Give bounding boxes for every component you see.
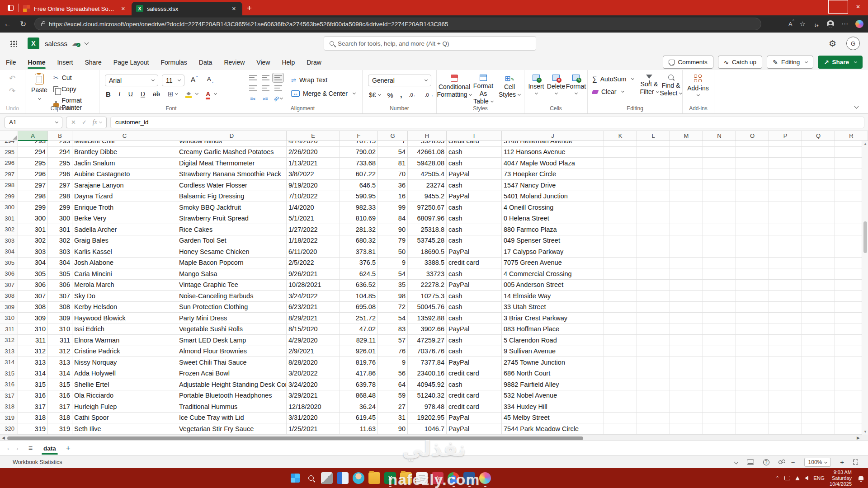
- cell-L311[interactable]: [637, 324, 670, 335]
- ribbon-tab-insert[interactable]: Insert: [51, 54, 79, 70]
- cell-G297[interactable]: 70: [378, 169, 408, 180]
- cell-F309[interactable]: 695.08: [340, 302, 378, 313]
- cell-L294[interactable]: [637, 141, 670, 147]
- share-button[interactable]: ↗Share: [818, 56, 863, 69]
- cell-C320[interactable]: Seth Ilive: [72, 423, 177, 435]
- ribbon-tab-share[interactable]: Share: [79, 54, 107, 70]
- cell-B313[interactable]: 312: [48, 346, 72, 357]
- row-header-313[interactable]: 313: [0, 346, 18, 357]
- cell-F298[interactable]: 646.5: [340, 180, 378, 191]
- excel-logo-icon[interactable]: X: [28, 38, 39, 49]
- cell-Q312[interactable]: [802, 335, 835, 346]
- cell-N305[interactable]: [703, 258, 736, 269]
- cell-D295[interactable]: Creamy Garlic Mashed Potatoes: [177, 147, 287, 158]
- cell-B296[interactable]: 295: [48, 158, 72, 169]
- cell-B306[interactable]: 305: [48, 268, 72, 280]
- cell-B312[interactable]: 311: [48, 335, 72, 346]
- comma-format-icon[interactable]: ,: [400, 91, 402, 99]
- cell-M309[interactable]: [670, 302, 703, 313]
- cell-Q299[interactable]: [802, 191, 835, 202]
- column-header-K[interactable]: K: [604, 131, 637, 141]
- notifications-icon[interactable]: [859, 476, 863, 480]
- tray-overflow-icon[interactable]: ⌃: [775, 475, 779, 481]
- cell-B308[interactable]: 307: [48, 291, 72, 302]
- cell-F297[interactable]: 607.22: [340, 169, 378, 180]
- cell-J304[interactable]: 17 Calypso Parkway: [502, 246, 604, 258]
- cell-P313[interactable]: [769, 346, 802, 357]
- cell-Q319[interactable]: [802, 413, 835, 424]
- cell-K308[interactable]: [604, 291, 637, 302]
- cell-B319[interactable]: 318: [48, 413, 72, 424]
- cell-K304[interactable]: [604, 246, 637, 258]
- cell-Q311[interactable]: [802, 324, 835, 335]
- format-cells-button[interactable]: ✎ Format: [566, 75, 586, 94]
- cell-F299[interactable]: 590.95: [340, 191, 378, 202]
- cell-O315[interactable]: [736, 368, 769, 380]
- cell-A304[interactable]: 303: [18, 246, 48, 258]
- bold-icon[interactable]: B: [106, 90, 111, 98]
- cell-M314[interactable]: [670, 357, 703, 368]
- cell-B320[interactable]: 319: [48, 423, 72, 435]
- align-top-icon[interactable]: [247, 73, 259, 83]
- cell-K313[interactable]: [604, 346, 637, 357]
- workbook-statistics-button[interactable]: Workbook Statistics: [13, 459, 62, 465]
- fullscreen-icon[interactable]: [853, 460, 858, 465]
- cell-N298[interactable]: [703, 180, 736, 191]
- cell-O297[interactable]: [736, 169, 769, 180]
- cell-E299[interactable]: 7/10/2022: [287, 191, 340, 202]
- cell-O318[interactable]: [736, 401, 769, 413]
- taskbar-chrome-icon[interactable]: [448, 472, 459, 484]
- cell-Q308[interactable]: [802, 291, 835, 302]
- cell-D304[interactable]: Honey Sesame Chicken: [177, 246, 287, 258]
- zoom-in-icon[interactable]: +: [840, 458, 844, 466]
- cell-E315[interactable]: 3/20/2022: [287, 368, 340, 380]
- column-header-C[interactable]: C: [72, 131, 177, 141]
- cell-O317[interactable]: [736, 390, 769, 402]
- cell-H296[interactable]: 59428.08: [408, 158, 447, 169]
- cell-K302[interactable]: [604, 224, 637, 235]
- cell-O295[interactable]: [736, 147, 769, 158]
- percent-format-icon[interactable]: %: [387, 91, 393, 99]
- cell-F311[interactable]: 47.02: [340, 324, 378, 335]
- cell-J305[interactable]: 7075 Green Avenue: [502, 258, 604, 269]
- cell-C296[interactable]: Jaclin Snalum: [72, 158, 177, 169]
- cell-A319[interactable]: 318: [18, 413, 48, 424]
- document-title[interactable]: salesss: [45, 40, 67, 47]
- cell-D303[interactable]: Garden Tool Set: [177, 235, 287, 247]
- column-header-N[interactable]: N: [703, 131, 736, 141]
- cell-K298[interactable]: [604, 180, 637, 191]
- cell-H299[interactable]: 9455.2: [408, 191, 447, 202]
- cell-A320[interactable]: 319: [18, 423, 48, 435]
- cell-I309[interactable]: cash: [447, 302, 502, 313]
- cell-L307[interactable]: [637, 280, 670, 291]
- taskbar-excel-icon[interactable]: X: [384, 472, 396, 484]
- taskbar-search-icon[interactable]: [305, 472, 317, 484]
- cell-A314[interactable]: 313: [18, 357, 48, 368]
- cell-H309[interactable]: 50045.76: [408, 302, 447, 313]
- cell-D307[interactable]: Vintage Graphic Tee: [177, 280, 287, 291]
- cell-G305[interactable]: 9: [378, 258, 408, 269]
- cell-E302[interactable]: 1/27/2022: [287, 224, 340, 235]
- favorite-star-icon[interactable]: ☆: [800, 20, 806, 28]
- cell-N307[interactable]: [703, 280, 736, 291]
- cell-E303[interactable]: 1/18/2022: [287, 235, 340, 247]
- font-color-dropdown[interactable]: A: [206, 90, 217, 98]
- cell-D299[interactable]: Balsamic Fig Dressing: [177, 191, 287, 202]
- cell-B310[interactable]: 309: [48, 313, 72, 324]
- cell-J300[interactable]: 4 Oneill Crossing: [502, 202, 604, 213]
- row-header-299[interactable]: 299: [0, 191, 18, 202]
- cell-G295[interactable]: 54: [378, 147, 408, 158]
- row-header-307[interactable]: 307: [0, 280, 18, 291]
- cell-J313[interactable]: 9 Sullivan Avenue: [502, 346, 604, 357]
- next-sheet-icon[interactable]: ›: [16, 445, 18, 452]
- cell-K311[interactable]: [604, 324, 637, 335]
- taskbar-folder-icon[interactable]: [400, 472, 412, 484]
- underline-icon[interactable]: U: [128, 90, 133, 98]
- cell-G318[interactable]: 27: [378, 401, 408, 413]
- row-header-305[interactable]: 305: [0, 258, 18, 269]
- align-left-icon[interactable]: [247, 83, 259, 93]
- cell-O311[interactable]: [736, 324, 769, 335]
- cell-H294[interactable]: 5328.05: [408, 141, 447, 147]
- cell-J318[interactable]: 334 Huxley Hill: [502, 401, 604, 413]
- cell-Q303[interactable]: [802, 235, 835, 247]
